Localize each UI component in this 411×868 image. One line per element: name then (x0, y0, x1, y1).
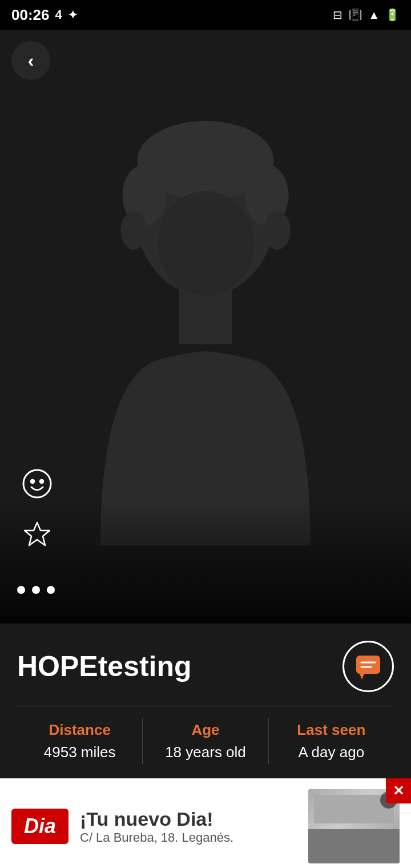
svg-point-9 (31, 480, 34, 483)
ad-banner[interactable]: ✕ Dia ¡Tu nuevo Dia! C/ La Bureba, 18. L… (0, 778, 411, 868)
signal-4g-icon: 4 (55, 7, 62, 22)
wifi-icon: ▲ (368, 9, 380, 22)
avatar-silhouette (74, 104, 337, 549)
svg-marker-13 (360, 674, 364, 680)
time-display: 00:26 (11, 6, 50, 24)
distance-value: 4953 miles (44, 744, 116, 761)
avatar-area (0, 30, 411, 624)
dot-2 (32, 586, 40, 594)
smile-button[interactable] (17, 464, 57, 504)
age-stat: Age 18 years old (143, 716, 268, 767)
age-label: Age (191, 721, 219, 739)
svg-point-7 (158, 191, 254, 296)
stats-row: Distance 4953 miles Age 18 years old Las… (17, 706, 394, 767)
status-bar: 00:26 4 ✦ ⊟ 📳 ▲ 🔋 (0, 0, 411, 30)
vibrate-icon: 📳 (348, 8, 362, 22)
status-left: 00:26 4 ✦ (11, 6, 78, 24)
dot-1 (17, 586, 25, 594)
ad-text-block: ¡Tu nuevo Dia! C/ La Bureba, 18. Leganés… (80, 808, 297, 845)
svg-point-5 (264, 211, 291, 250)
svg-point-4 (120, 211, 147, 250)
action-icons-container (17, 464, 57, 555)
location-icon: ✦ (68, 8, 78, 22)
ad-logo: Dia (11, 809, 68, 844)
last-seen-value: A day ago (298, 744, 364, 761)
distance-label: Distance (49, 721, 110, 739)
profile-image-container: ‹ (0, 30, 411, 624)
svg-point-10 (40, 480, 43, 483)
age-value: 18 years old (165, 744, 246, 761)
more-options-dots[interactable] (17, 586, 55, 594)
svg-marker-11 (25, 523, 50, 545)
ad-subtext: C/ La Bureba, 18. Leganés. (80, 830, 297, 845)
back-arrow-icon: ‹ (28, 51, 34, 70)
distance-stat: Distance 4953 miles (17, 716, 142, 767)
chat-icon (354, 652, 382, 681)
back-button[interactable]: ‹ (11, 41, 50, 80)
ad-close-button[interactable]: ✕ (386, 778, 411, 803)
last-seen-label: Last seen (297, 721, 365, 739)
chat-button[interactable] (342, 641, 394, 692)
last-seen-stat: Last seen A day ago (269, 716, 394, 767)
status-right: ⊟ 📳 ▲ 🔋 (333, 8, 400, 22)
star-icon (21, 519, 53, 551)
cast-icon: ⊟ (333, 8, 342, 22)
battery-icon: 🔋 (385, 8, 400, 22)
username-row: HOPEtesting (17, 641, 394, 692)
ad-content: Dia ¡Tu nuevo Dia! C/ La Bureba, 18. Leg… (0, 789, 411, 863)
profile-info-section: HOPEtesting Distance 4953 miles Age 18 y… (0, 624, 411, 778)
favorite-button[interactable] (17, 515, 57, 555)
svg-rect-12 (356, 656, 380, 674)
ad-headline: ¡Tu nuevo Dia! (80, 808, 297, 830)
svg-point-8 (23, 470, 51, 497)
username-display: HOPEtesting (17, 650, 192, 683)
dot-3 (47, 586, 55, 594)
smile-icon (21, 468, 53, 500)
